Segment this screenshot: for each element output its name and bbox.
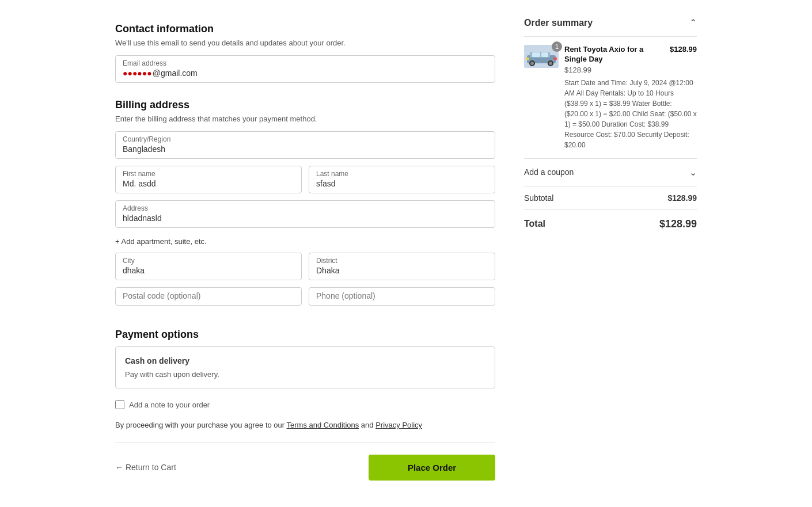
place-order-button[interactable]: Place Order (369, 455, 495, 481)
last-name-field-wrapper[interactable]: Last name (309, 166, 495, 193)
payment-box: Cash on delivery Pay with cash upon deli… (115, 346, 495, 388)
svg-rect-3 (532, 52, 540, 57)
order-summary-title: Order summary (524, 18, 593, 28)
district-field-wrapper[interactable]: District (309, 253, 495, 280)
subtotal-value: $128.99 (667, 193, 697, 203)
item-quantity-badge: 1 (552, 41, 562, 52)
postal-input[interactable] (123, 291, 294, 300)
last-name-label: Last name (316, 170, 488, 178)
email-field-wrapper[interactable]: Email address ●●●●●●@gmail.com (115, 55, 495, 83)
item-description: Start Date and Time: July 9, 2024 @12:00… (564, 78, 697, 150)
country-label: Country/Region (123, 135, 488, 143)
subtotal-row: Subtotal $128.99 (524, 186, 697, 210)
city-input[interactable] (123, 266, 294, 275)
note-section: Add a note to your order (115, 400, 495, 409)
last-name-input[interactable] (316, 179, 488, 188)
coupon-chevron-icon: ⌄ (689, 167, 697, 178)
contact-section: Contact information We'll use this email… (115, 23, 495, 83)
contact-subtitle: We'll use this email to send you details… (115, 39, 495, 47)
billing-title: Billing address (115, 99, 495, 111)
billing-subtitle: Enter the billing address that matches y… (115, 115, 495, 123)
payment-method-name: Cash on delivery (125, 356, 485, 365)
svg-rect-9 (526, 58, 529, 60)
total-row: Total $128.99 (524, 210, 697, 238)
city-field-wrapper[interactable]: City (115, 253, 302, 280)
district-label: District (316, 257, 488, 265)
email-label: Email address (123, 59, 488, 67)
contact-title: Contact information (115, 23, 495, 35)
note-checkbox[interactable] (115, 400, 124, 409)
terms-section: By proceeding with your purchase you agr… (115, 420, 495, 431)
address-label: Address (123, 204, 488, 212)
item-name: Rent Toyota Axio for a Single Day (564, 45, 657, 64)
payment-method-desc: Pay with cash upon delivery. (125, 370, 485, 379)
note-label: Add a note to your order (129, 401, 210, 409)
add-apartment-link[interactable]: + Add apartment, suite, etc. (115, 237, 207, 246)
payment-section: Payment options Cash on delivery Pay wit… (115, 329, 495, 388)
first-name-field-wrapper[interactable]: First name (115, 166, 302, 193)
order-summary-sidebar: Order summary ⌃ (518, 12, 714, 492)
subtotal-label: Subtotal (524, 193, 553, 203)
first-name-input[interactable] (123, 179, 294, 188)
address-input[interactable] (123, 214, 488, 223)
payment-title: Payment options (115, 329, 495, 341)
order-item-details: Rent Toyota Axio for a Single Day $128.9… (564, 45, 697, 150)
address-field-wrapper[interactable]: Address (115, 200, 495, 228)
chevron-up-icon: ⌃ (689, 17, 697, 28)
postal-field-wrapper[interactable] (115, 287, 302, 306)
email-value: @gmail.com (153, 68, 198, 78)
terms-link[interactable]: Terms and Conditions (287, 421, 359, 429)
total-value: $128.99 (659, 218, 697, 230)
item-subprice: $128.99 (564, 66, 697, 74)
first-name-label: First name (123, 170, 294, 178)
phone-field-wrapper[interactable] (309, 287, 495, 306)
svg-point-6 (530, 62, 534, 65)
city-label: City (123, 257, 294, 265)
add-coupon-row[interactable]: Add a coupon ⌄ (524, 159, 697, 186)
country-field-wrapper[interactable]: Country/Region (115, 131, 495, 159)
item-price: $128.99 (670, 45, 697, 54)
country-input[interactable] (123, 144, 488, 154)
svg-rect-4 (541, 52, 548, 57)
footer-divider (115, 443, 495, 443)
total-label: Total (524, 219, 545, 229)
phone-input[interactable] (316, 291, 488, 300)
order-item: 1 Rent Toyota Axio for a Single Day $128… (524, 37, 697, 159)
footer-buttons: ← Return to Cart Place Order (115, 455, 495, 481)
email-redacted: ●●●●●● (123, 68, 152, 78)
billing-section: Billing address Enter the billing addres… (115, 99, 495, 312)
order-summary-header[interactable]: Order summary ⌃ (524, 17, 697, 37)
svg-rect-10 (553, 58, 557, 60)
add-coupon-label: Add a coupon (524, 167, 574, 177)
svg-point-8 (549, 62, 552, 65)
return-to-cart-link[interactable]: ← Return to Cart (115, 463, 176, 472)
district-input[interactable] (316, 266, 488, 275)
privacy-link[interactable]: Privacy Policy (375, 421, 422, 429)
